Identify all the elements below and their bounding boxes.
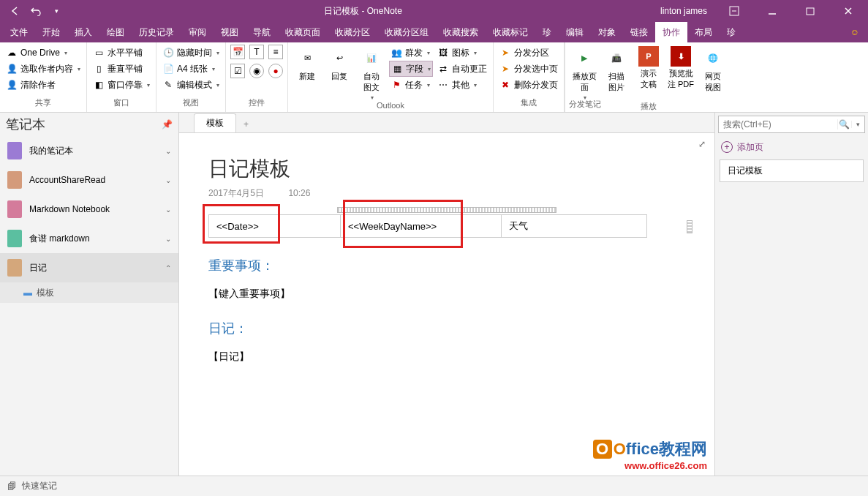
icon-button[interactable]: 🖼图标	[436, 45, 488, 61]
select-author-button[interactable]: 👤选取作者内容	[4, 61, 82, 77]
tab-zhen2[interactable]: 珍	[720, 22, 743, 42]
tab-file[interactable]: 文件	[3, 22, 35, 42]
minimize-button[interactable]	[755, 0, 789, 22]
smiley-icon[interactable]: ☺	[845, 22, 865, 42]
section-tabs: 模板 +	[179, 113, 714, 133]
cloud-icon: ☁	[6, 47, 18, 59]
section-item[interactable]: ▬模板	[0, 282, 178, 303]
record-control-icon[interactable]: ●	[268, 64, 283, 78]
qat-customize-button[interactable]: ▾	[47, 1, 66, 20]
heading-important[interactable]: 重要事项：	[208, 257, 685, 274]
tab-object[interactable]: 对象	[591, 22, 623, 42]
search-icon[interactable]: 🔍	[837, 119, 851, 129]
dist-section-button[interactable]: ➤分发分区	[498, 45, 559, 61]
onedrive-button[interactable]: ☁One Drive	[4, 45, 82, 61]
field-table[interactable]: <<Date>> <<WeekDayName>> 天气	[208, 214, 647, 238]
tab-draw[interactable]: 绘图	[99, 22, 132, 42]
page-time[interactable]: 10:26	[288, 188, 310, 198]
tab-zhen1[interactable]: 珍	[535, 22, 559, 42]
notebook-item[interactable]: 我的笔记本⌄	[0, 136, 178, 165]
ppt-button[interactable]: P演示 文稿	[634, 45, 663, 90]
body-important[interactable]: 【键入重要事项】	[208, 288, 685, 301]
notebook-item[interactable]: 食谱 markdown⌄	[0, 224, 178, 253]
table-handle[interactable]	[337, 207, 556, 213]
dock-button[interactable]: ◧窗口停靠	[91, 77, 151, 93]
table-cell-weekday[interactable]: <<WeekDayName>>	[341, 215, 502, 238]
hide-time-button[interactable]: 🕒隐藏时间	[161, 45, 221, 61]
scan-button[interactable]: 📠扫描 图片	[602, 45, 631, 93]
tab-layout[interactable]: 布局	[687, 22, 720, 42]
table-cell-date[interactable]: <<Date>>	[209, 215, 341, 238]
tab-collab[interactable]: 协作	[655, 22, 687, 42]
maximize-button[interactable]	[793, 0, 827, 22]
task-button[interactable]: ⚑任务	[389, 77, 433, 93]
back-button[interactable]	[6, 1, 25, 20]
radio-control-icon[interactable]: ◉	[249, 64, 264, 78]
tab-favgroup[interactable]: 收藏分区组	[377, 22, 436, 42]
dist-selected-button[interactable]: ➤分发选中页	[498, 61, 559, 77]
v-tile-button[interactable]: ▯垂直平铺	[91, 61, 151, 77]
tab-favsection[interactable]: 收藏分区	[328, 22, 377, 42]
page-title[interactable]: 日记模板	[208, 155, 685, 183]
web-view-button[interactable]: 🌐网页 视图	[698, 45, 728, 93]
notebooks-heading: 笔记本	[6, 116, 45, 133]
edit-mode-button[interactable]: ✎编辑模式	[161, 77, 221, 93]
tab-insert[interactable]: 插入	[67, 22, 99, 42]
close-button[interactable]	[831, 0, 865, 22]
table-cell-weather[interactable]: 天气	[502, 215, 647, 238]
notebook-item[interactable]: Markdown Notebook⌄	[0, 195, 178, 224]
reply-button[interactable]: ↩回复	[325, 45, 354, 82]
tab-favpage[interactable]: 收藏页面	[278, 22, 328, 42]
user-name[interactable]: linton james	[660, 6, 707, 16]
calendar-control-icon[interactable]: 📅	[230, 45, 245, 59]
tab-favtag[interactable]: 收藏标记	[486, 22, 535, 42]
clear-author-button[interactable]: 👤清除作者	[4, 77, 82, 93]
tab-nav[interactable]: 导航	[246, 22, 278, 42]
heading-diary[interactable]: 日记：	[208, 320, 685, 337]
add-page-button[interactable]: + 添加页	[715, 136, 868, 158]
group-send-button[interactable]: 👥群发	[389, 45, 433, 61]
h-tile-button[interactable]: ▭水平平铺	[91, 45, 151, 61]
body-diary[interactable]: 【日记】	[208, 350, 685, 364]
form-control-icon[interactable]: ≡	[268, 45, 283, 59]
tab-favsearch[interactable]: 收藏搜索	[436, 22, 486, 42]
pin-icon[interactable]: 📌	[162, 119, 173, 129]
search-input[interactable]	[719, 119, 837, 129]
quicknotes-label[interactable]: 快速笔记	[22, 480, 57, 492]
table-grip[interactable]	[687, 220, 692, 233]
chevron-down-icon: ⌄	[165, 176, 171, 184]
quicknotes-icon[interactable]: 🗐	[7, 481, 16, 492]
page-date[interactable]: 2017年4月5日	[208, 188, 264, 198]
add-section-button[interactable]: +	[238, 116, 254, 132]
ribbon-options-button[interactable]	[717, 0, 751, 22]
text-control-icon[interactable]: T	[249, 45, 264, 59]
play-page-button[interactable]: ▶播放页 面	[570, 45, 599, 101]
tab-link[interactable]: 链接	[623, 22, 655, 42]
field-button[interactable]: ▦字段	[389, 61, 433, 77]
flag-icon: ⚑	[390, 79, 402, 91]
search-dropdown-icon[interactable]: ▾	[851, 121, 865, 128]
page-canvas[interactable]: ⤢ 日记模板 2017年4月5日 10:26 <<Date>> <<WeekDa…	[179, 133, 714, 476]
section-tab-active[interactable]: 模板	[194, 113, 236, 132]
pdf-button[interactable]: ⬇预览批 注 PDF	[666, 45, 695, 90]
tab-view[interactable]: 视图	[214, 22, 246, 42]
ribbon-tabs: 文件 开始 插入 绘图 历史记录 审阅 视图 导航 收藏页面 收藏分区 收藏分区…	[0, 22, 868, 42]
a4-button[interactable]: 📄A4 纸张	[161, 61, 221, 77]
tab-history[interactable]: 历史记录	[132, 22, 181, 42]
tab-review[interactable]: 审阅	[181, 22, 214, 42]
search-box[interactable]: 🔍 ▾	[718, 116, 865, 133]
autocorrect-button[interactable]: ⇄自动更正	[436, 61, 488, 77]
page-list-item[interactable]: 日记模板	[720, 159, 864, 182]
tab-edit[interactable]: 编辑	[559, 22, 591, 42]
notebook-sidebar: 笔记本 📌 我的笔记本⌄ AccountShareRead⌄ Markdown …	[0, 113, 179, 476]
del-dist-button[interactable]: ✖删除分发页	[498, 77, 559, 93]
other-button[interactable]: ⋯其他	[436, 77, 488, 93]
fullscreen-icon[interactable]: ⤢	[698, 139, 706, 149]
notebook-item-active[interactable]: 日记⌃	[0, 253, 178, 282]
tab-home[interactable]: 开始	[35, 22, 67, 42]
checkbox-control-icon[interactable]: ☑	[230, 64, 245, 78]
new-mail-button[interactable]: ✉新建	[293, 45, 322, 82]
notebook-item[interactable]: AccountShareRead⌄	[0, 165, 178, 195]
auto-chart-button[interactable]: 📊自动 图文	[357, 45, 386, 101]
undo-button[interactable]	[26, 1, 45, 20]
